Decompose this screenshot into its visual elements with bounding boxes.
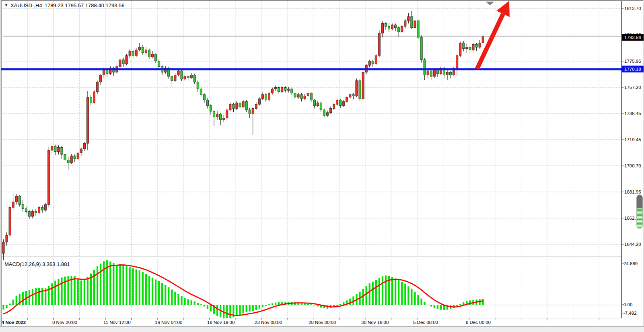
scrollbar-thumb[interactable] xyxy=(637,195,643,229)
candle xyxy=(135,50,137,56)
candle xyxy=(245,101,247,110)
candle xyxy=(479,43,481,47)
candle xyxy=(472,44,474,50)
time-axis-label: 4 Nov 2022 xyxy=(2,320,26,325)
candle xyxy=(362,72,364,99)
macd-bar xyxy=(349,299,351,305)
macd-bar xyxy=(145,274,147,305)
candle xyxy=(132,52,134,56)
macd-bar xyxy=(161,283,163,305)
macd-bar xyxy=(379,278,380,305)
candle xyxy=(129,52,131,56)
candle xyxy=(148,50,150,57)
candle xyxy=(206,100,208,106)
candle xyxy=(372,61,374,64)
macd-bar xyxy=(122,265,124,305)
candle xyxy=(242,101,244,107)
macd-bar xyxy=(407,286,409,305)
macd-bar xyxy=(401,282,403,305)
candle xyxy=(216,114,218,117)
candle xyxy=(236,103,238,109)
macd-bar xyxy=(148,276,150,305)
macd-bar xyxy=(187,299,189,305)
macd-bar xyxy=(236,305,237,316)
macd-bar xyxy=(366,286,367,305)
macd-bar xyxy=(311,304,312,305)
candle xyxy=(414,21,416,27)
macd-bar xyxy=(142,272,144,305)
candle xyxy=(174,75,176,80)
macd-bar xyxy=(459,304,461,305)
candle xyxy=(25,209,27,212)
candle xyxy=(407,16,409,21)
candle xyxy=(197,82,199,89)
candle xyxy=(378,33,380,56)
candle xyxy=(420,37,422,60)
macd-bar xyxy=(204,305,205,307)
macd-bar xyxy=(420,299,422,305)
candle xyxy=(310,93,312,100)
candle xyxy=(93,92,95,103)
candle xyxy=(433,70,435,76)
chart-title: ▼ XAUUSD-,H4 1789.23 1795.57 1788.40 179… xyxy=(4,2,124,8)
macd-bar xyxy=(165,285,166,305)
macd-bar xyxy=(246,305,247,312)
price-axis-label: 1644.20 xyxy=(624,242,641,247)
macd-bar xyxy=(129,267,131,305)
candle xyxy=(475,44,477,47)
chart-canvas[interactable]: 1813.701794.951775.951757.201738.451719.… xyxy=(0,0,644,332)
macd-bar xyxy=(265,305,267,306)
macd-bar xyxy=(155,279,156,305)
macd-bar xyxy=(12,300,14,305)
candle xyxy=(122,60,124,64)
candle xyxy=(326,113,328,115)
time-axis-label: 28 Nov 00:00 xyxy=(309,320,336,325)
macd-bar xyxy=(80,280,82,305)
macd-bar xyxy=(375,280,377,305)
candle xyxy=(391,25,393,29)
macd-bar xyxy=(32,289,33,305)
macd-bar xyxy=(22,292,24,305)
candle xyxy=(368,61,370,65)
macd-bar xyxy=(216,305,218,316)
candle xyxy=(424,60,426,75)
price-axis-label: 1738.45 xyxy=(624,111,641,116)
candle xyxy=(320,103,322,110)
macd-bar xyxy=(391,277,393,305)
candle xyxy=(28,212,30,217)
macd-bar xyxy=(87,277,88,305)
candle xyxy=(51,146,53,150)
candle xyxy=(297,95,299,97)
candle xyxy=(15,196,17,202)
price-axis-label: 1719.45 xyxy=(624,137,641,142)
candle xyxy=(119,60,121,66)
candle xyxy=(239,103,241,107)
candle xyxy=(64,155,66,160)
candle xyxy=(346,97,348,101)
macd-bar xyxy=(116,265,117,305)
candle xyxy=(96,82,98,92)
macd-bar xyxy=(191,300,192,305)
candle xyxy=(294,93,296,97)
macd-bar xyxy=(424,302,426,305)
candle xyxy=(411,16,413,28)
current-price-badge-text: 1793.56 xyxy=(624,35,641,40)
macd-bar xyxy=(398,280,399,305)
macd-bar xyxy=(113,263,114,305)
macd-bar xyxy=(369,283,370,305)
macd-bar xyxy=(158,281,160,305)
candle xyxy=(22,204,24,208)
candle xyxy=(187,76,189,78)
candle xyxy=(6,235,8,242)
macd-bar xyxy=(126,266,127,305)
candle xyxy=(35,212,37,213)
macd-bar xyxy=(434,305,435,308)
candle xyxy=(9,207,11,235)
candle xyxy=(145,50,147,53)
candle xyxy=(142,47,144,53)
candle xyxy=(323,110,325,115)
candle xyxy=(67,160,69,163)
symbol-dropdown-icon[interactable]: ▼ xyxy=(4,3,8,7)
time-axis-label: 18 Nov 19:00 xyxy=(207,320,235,325)
candle xyxy=(226,110,228,118)
